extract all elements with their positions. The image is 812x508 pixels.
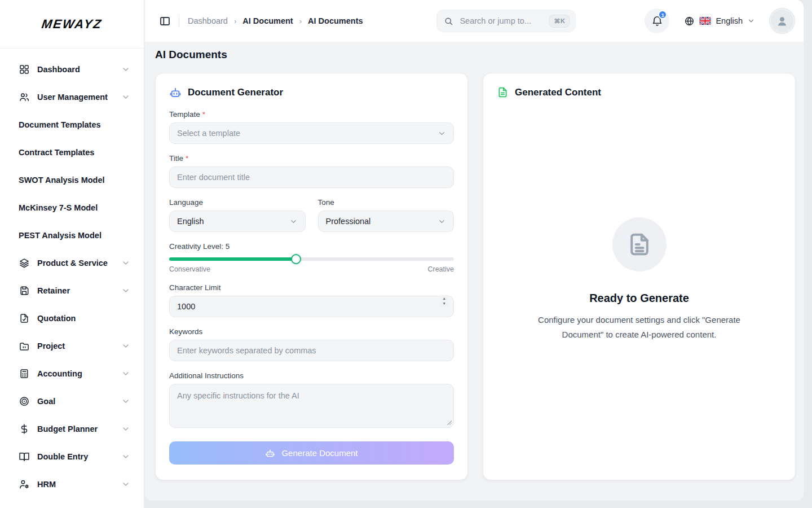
chevron-down-icon	[121, 259, 130, 268]
sidebar-item-user-management[interactable]: User Management	[19, 83, 130, 111]
page-title: AI Documents	[155, 49, 796, 61]
stepper-up-icon[interactable]: ▲	[443, 297, 446, 301]
sidebar-nav: DashboardUser ManagementDocument Templat…	[0, 49, 144, 508]
sidebar-item-label: Retainer	[37, 285, 121, 296]
breadcrumb-separator: ›	[234, 17, 236, 25]
brand-logo: MEWAYZ	[41, 17, 103, 32]
language-tone-row: Language English Tone Professional	[169, 198, 454, 232]
generate-document-button[interactable]: Generate Document	[169, 441, 454, 465]
breadcrumb-ai-document[interactable]: AI Document	[242, 16, 293, 25]
breadcrumb-ai-documents[interactable]: AI Documents	[308, 16, 363, 25]
template-field-group: Template* Select a template	[169, 110, 454, 144]
chevron-down-icon	[121, 424, 130, 433]
page-content: AI Documents Document Generator Template…	[145, 42, 804, 501]
breadcrumb: Dashboard › AI Document › AI Documents	[188, 16, 363, 25]
sidebar-item-label: Contract Templates	[19, 147, 130, 158]
save-icon	[19, 285, 30, 296]
creativity-slider-fill	[169, 257, 296, 261]
sidebar: MEWAYZ DashboardUser ManagementDocument …	[0, 0, 144, 508]
search-input[interactable]	[458, 16, 549, 26]
title-input[interactable]	[169, 167, 454, 188]
title-label: Title	[169, 154, 183, 163]
sidebar-item-retainer[interactable]: Retainer	[19, 277, 130, 304]
keywords-field-group: Keywords	[169, 327, 454, 361]
empty-state-message: Configure your document settings and cli…	[535, 313, 744, 343]
sidebar-item-label: Quotation	[37, 313, 130, 324]
sidebar-toggle-button[interactable]	[159, 15, 171, 27]
chevron-down-icon	[121, 286, 130, 295]
keywords-label: Keywords	[169, 327, 202, 336]
chevron-down-icon	[121, 397, 130, 406]
language-field-label: Language	[169, 198, 203, 207]
generate-button-label: Generate Document	[281, 448, 358, 458]
breadcrumb-dashboard[interactable]: Dashboard	[188, 16, 228, 25]
sidebar-item-label: Product & Service	[37, 257, 121, 269]
sidebar-item-quotation[interactable]: Quotation	[19, 304, 130, 332]
tone-field-label: Tone	[318, 198, 334, 207]
chevron-down-icon	[438, 129, 446, 138]
user-avatar[interactable]	[771, 10, 793, 32]
main-panel: Dashboard › AI Document › AI Documents ⌘…	[144, 0, 804, 501]
template-label: Template	[169, 110, 200, 119]
output-card-header: Generated Content	[497, 86, 782, 98]
file-check-icon	[19, 313, 30, 324]
char-limit-label: Character Limit	[169, 283, 221, 292]
output-card-title: Generated Content	[515, 87, 601, 98]
empty-state-circle	[612, 217, 667, 271]
sidebar-item-label: Budget Planner	[37, 423, 121, 435]
search-icon	[444, 16, 453, 26]
template-select[interactable]: Select a template	[169, 122, 454, 144]
sidebar-item-label: Double Entry	[37, 451, 121, 462]
language-label: English	[716, 16, 743, 25]
keywords-input[interactable]	[169, 340, 454, 361]
search-bar[interactable]: ⌘K	[436, 10, 576, 32]
chevron-down-icon	[121, 341, 130, 351]
sidebar-item-mckinsey-7-s-model[interactable]: McKinsey 7-S Model	[19, 194, 130, 221]
sidebar-item-product-service[interactable]: Product & Service	[19, 249, 130, 277]
language-selector[interactable]: English	[684, 16, 755, 27]
sidebar-item-budget-planner[interactable]: Budget Planner	[19, 415, 130, 443]
language-field-group: Language English	[169, 198, 306, 232]
users-icon	[19, 91, 30, 103]
instructions-textarea[interactable]	[169, 384, 454, 428]
language-select[interactable]: English	[169, 211, 306, 232]
char-limit-field-group: Character Limit ▲ ▼	[169, 283, 454, 317]
sidebar-item-swot-analysis-model[interactable]: SWOT Analysis Model	[19, 166, 130, 194]
sidebar-item-label: Goal	[37, 396, 121, 407]
sidebar-item-label: McKinsey 7-S Model	[19, 202, 130, 213]
sidebar-item-project[interactable]: Project	[19, 332, 130, 360]
dollar-icon	[19, 423, 30, 435]
sidebar-item-accounting[interactable]: Accounting	[19, 360, 130, 387]
app-root: MEWAYZ DashboardUser ManagementDocument …	[0, 0, 812, 508]
sidebar-item-label: Project	[37, 340, 121, 352]
title-field-group: Title*	[169, 154, 454, 188]
sidebar-item-goal[interactable]: Goal	[19, 387, 130, 415]
instructions-label: Additional Instructions	[169, 371, 244, 380]
sidebar-item-label: Accounting	[37, 368, 121, 379]
sidebar-item-label: Dashboard	[37, 64, 121, 75]
creativity-min-label: Conservative	[169, 265, 210, 273]
sidebar-item-document-templates[interactable]: Document Templates	[19, 111, 130, 138]
sidebar-item-dashboard[interactable]: Dashboard	[19, 55, 130, 83]
creativity-slider-thumb[interactable]	[291, 254, 301, 264]
char-limit-input[interactable]	[169, 296, 454, 317]
sidebar-item-pest-analysis-model[interactable]: PEST Analysis Model	[19, 221, 130, 249]
notifications-button[interactable]: 1	[645, 8, 669, 33]
sidebar-item-double-entry[interactable]: Double Entry	[19, 443, 130, 470]
chevron-down-icon	[121, 480, 130, 489]
topbar: Dashboard › AI Document › AI Documents ⌘…	[145, 0, 804, 42]
sidebar-item-hrm[interactable]: HRM	[19, 470, 130, 498]
sidebar-item-contract-templates[interactable]: Contract Templates	[19, 138, 130, 166]
chevron-down-icon	[121, 452, 130, 461]
language-select-value: English	[177, 217, 204, 226]
robot-icon	[265, 448, 275, 458]
chevron-down-icon	[289, 217, 298, 226]
required-mark: *	[202, 110, 205, 119]
generated-content-card: Generated Content Ready to Generate Conf…	[483, 73, 796, 480]
creativity-slider[interactable]	[169, 257, 454, 261]
layers-icon	[19, 257, 30, 269]
grid-icon	[19, 64, 30, 75]
stepper-down-icon[interactable]: ▼	[443, 301, 446, 305]
tone-select[interactable]: Professional	[318, 211, 454, 232]
number-stepper[interactable]: ▲ ▼	[440, 295, 448, 307]
